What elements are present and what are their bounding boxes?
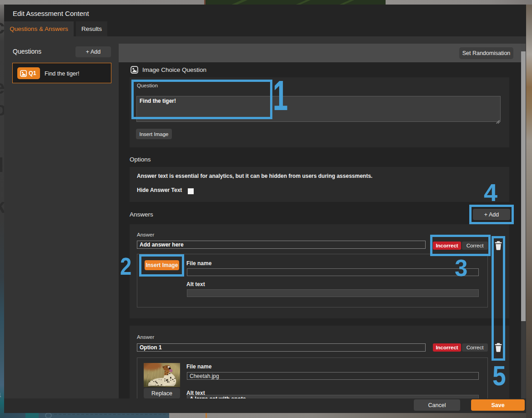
main-toolbar: Set Randomisation xyxy=(119,44,521,62)
answer-1-value: Add answer here xyxy=(140,242,184,248)
modal-title: Edit Assessment Content xyxy=(13,10,89,17)
scrollbar-thumb[interactable] xyxy=(521,51,526,321)
save-button[interactable]: Save xyxy=(471,399,525,411)
options-note: Answer text is essential for analytics, … xyxy=(137,173,372,179)
callout-number-1: 1 xyxy=(273,75,288,116)
hide-answer-text-checkbox[interactable] xyxy=(188,188,194,194)
question-badge-label: Q1 xyxy=(29,70,36,76)
hide-answer-text-label: Hide Answer Text xyxy=(137,187,182,193)
answer-1-image-panel: Insert Image File name Alt text xyxy=(137,254,488,307)
answers-heading: Answers xyxy=(130,211,153,218)
sidebar-heading: Questions xyxy=(13,48,41,55)
question-type-heading: Image Choice Question xyxy=(130,66,206,74)
image-question-icon xyxy=(20,70,27,77)
answer-1-alt-text-input[interactable] xyxy=(187,289,479,297)
callout-box-add-answer xyxy=(469,205,514,224)
callout-box-delete-column xyxy=(492,236,505,361)
scrollbar-top-gap xyxy=(521,44,526,51)
answer-2-input[interactable]: Option 1 xyxy=(137,343,426,352)
callout-number-4: 4 xyxy=(484,180,497,205)
backdrop-bottom-divider xyxy=(206,413,207,418)
answer-1-file-name-input[interactable] xyxy=(187,268,479,276)
callout-box-insert-image xyxy=(139,254,184,277)
backdrop-bottom-page xyxy=(169,413,526,418)
answer-2-correct-button[interactable]: Correct xyxy=(462,343,488,352)
backdrop-left-strip: c e o li k a xyxy=(0,5,4,418)
backdrop-bottom-lake xyxy=(4,413,169,418)
answer-label-2: Answer xyxy=(137,334,154,340)
answer-2-thumbnail xyxy=(144,363,180,387)
answer-2-value: Option 1 xyxy=(140,344,162,351)
screenshot-stage: c e o li k a Edit Assessment Content Que… xyxy=(0,0,532,418)
tab-questions-answers[interactable]: Questions & Answers xyxy=(4,21,74,36)
answer-2-alt-text-input[interactable]: A large cat with spots xyxy=(187,395,479,398)
backdrop-top-left xyxy=(0,0,206,5)
file-name-label-2: File name xyxy=(186,363,211,370)
question-item-title: Find the tiger! xyxy=(45,63,79,84)
tab-results[interactable]: Results xyxy=(76,21,107,36)
sidebar-question-item[interactable]: Q1 Find the tiger! xyxy=(12,63,111,83)
callout-box-incorrect-correct xyxy=(430,235,491,256)
callout-number-3: 3 xyxy=(455,257,467,280)
modal-footer: Cancel Save xyxy=(4,398,526,413)
callout-number-5: 5 xyxy=(492,362,506,390)
answer-2-file-name-input[interactable]: Cheetah.jpg xyxy=(187,372,479,380)
file-name-label: File name xyxy=(186,260,211,267)
answer-2-image-panel: Replace File name Cheetah.jpg Alt text A… xyxy=(137,358,488,398)
resize-handle-icon[interactable] xyxy=(496,117,500,121)
options-card: Answer text is essential for analytics, … xyxy=(130,167,509,202)
callout-number-2: 2 xyxy=(120,254,131,278)
answer-2-replace-button[interactable]: Replace xyxy=(144,388,180,398)
options-heading: Options xyxy=(130,156,151,163)
question-type-label: Image Choice Question xyxy=(142,66,206,73)
answer-card-2: Answer Option 1 Incorrect Correct xyxy=(130,326,509,398)
backdrop-top-right xyxy=(386,0,532,5)
insert-question-image-button[interactable]: Insert Image xyxy=(136,129,172,139)
answer-2-incorrect-button[interactable]: Incorrect xyxy=(433,343,461,352)
backdrop-plant-image xyxy=(204,0,386,5)
add-question-button[interactable]: + Add xyxy=(75,46,111,57)
cancel-button[interactable]: Cancel xyxy=(414,399,460,411)
answer-label: Answer xyxy=(137,232,154,237)
question-badge: Q1 xyxy=(17,67,40,79)
alt-text-label: Alt text xyxy=(186,281,205,287)
answer-1-input[interactable]: Add answer here xyxy=(137,241,426,249)
main-scrollbar[interactable] xyxy=(521,44,526,398)
callout-box-question xyxy=(131,80,272,119)
set-randomisation-button[interactable]: Set Randomisation xyxy=(459,47,513,59)
image-choice-icon xyxy=(130,66,138,74)
modal-titlebar: Edit Assessment Content Questions & Answ… xyxy=(4,5,526,36)
backdrop-right-strip xyxy=(526,5,532,418)
edit-assessment-modal: Edit Assessment Content Questions & Answ… xyxy=(4,5,526,413)
